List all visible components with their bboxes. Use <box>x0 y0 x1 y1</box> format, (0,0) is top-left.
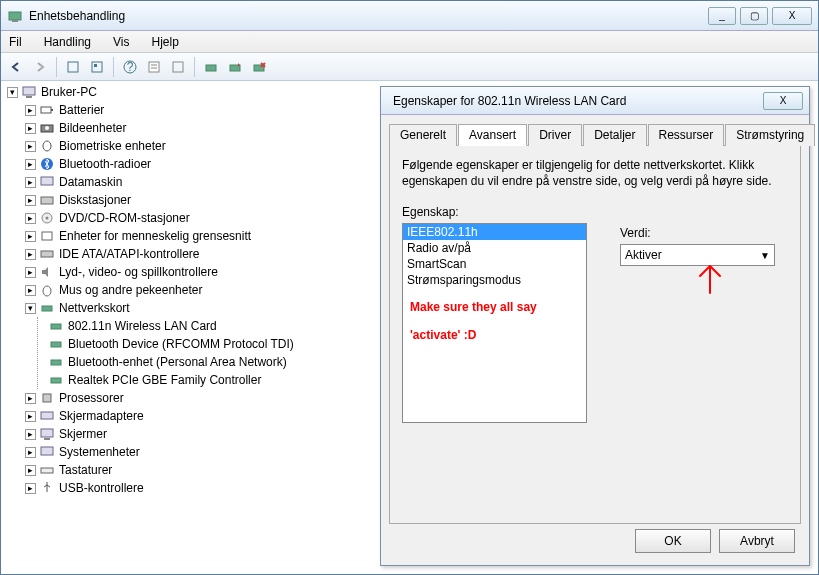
property-listbox[interactable]: IEEE802.11h Radio av/på SmartScan Strøms… <box>402 223 587 423</box>
expand-toggle[interactable]: ▸ <box>25 177 36 188</box>
tree-item[interactable]: Tastaturer <box>59 463 112 477</box>
update-driver-button[interactable] <box>224 56 246 78</box>
menu-vis[interactable]: Vis <box>109 33 133 51</box>
properties-button[interactable] <box>143 56 165 78</box>
tree-item[interactable]: Mus og andre pekeenheter <box>59 283 202 297</box>
help-button[interactable]: ? <box>119 56 141 78</box>
computer-icon <box>21 84 37 100</box>
expand-toggle[interactable]: ▸ <box>25 105 36 116</box>
uninstall-button[interactable] <box>248 56 270 78</box>
tab-generelt[interactable]: Generelt <box>389 124 457 146</box>
cpu-icon <box>39 390 55 406</box>
svg-rect-25 <box>41 197 53 204</box>
maximize-button[interactable]: ▢ <box>740 7 768 25</box>
svg-rect-24 <box>41 177 53 185</box>
tab-detaljer[interactable]: Detaljer <box>583 124 646 146</box>
tree-item[interactable]: IDE ATA/ATAPI-kontrollere <box>59 247 199 261</box>
tab-strom[interactable]: Strømstyring <box>725 124 815 146</box>
sound-icon <box>39 264 55 280</box>
network-icon <box>39 300 55 316</box>
menu-fil[interactable]: Fil <box>5 33 26 51</box>
expand-toggle[interactable]: ▸ <box>25 231 36 242</box>
imaging-icon <box>39 120 55 136</box>
tab-avansert[interactable]: Avansert <box>458 124 527 146</box>
svg-rect-16 <box>23 87 35 95</box>
expand-toggle[interactable]: ▸ <box>25 141 36 152</box>
tree-item[interactable]: Nettverkskort <box>59 301 130 315</box>
tree-item[interactable]: Skjermadaptere <box>59 409 144 423</box>
tree-item[interactable]: Lyd-, video- og spillkontrollere <box>59 265 218 279</box>
toolbar-icon[interactable] <box>86 56 108 78</box>
tree-item[interactable]: Skjermer <box>59 427 107 441</box>
tree-item[interactable]: Enheter for menneskelig grensesnitt <box>59 229 251 243</box>
expand-toggle[interactable]: ▸ <box>25 447 36 458</box>
expand-toggle[interactable]: ▾ <box>25 303 36 314</box>
tree-root[interactable]: Bruker-PC <box>41 85 97 99</box>
tree-item[interactable]: 802.11n Wireless LAN Card <box>68 319 217 333</box>
svg-rect-38 <box>41 429 53 437</box>
main-titlebar[interactable]: Enhetsbehandling _ ▢ X <box>1 1 818 31</box>
device-tree[interactable]: ▾ Bruker-PC ▸Batterier ▸Bildeenheter ▸Bi… <box>5 83 375 570</box>
expand-toggle[interactable]: ▸ <box>25 411 36 422</box>
menu-handling[interactable]: Handling <box>40 33 95 51</box>
svg-point-27 <box>46 217 49 220</box>
expand-toggle[interactable]: ▸ <box>25 267 36 278</box>
cancel-button[interactable]: Avbryt <box>719 529 795 553</box>
tree-item[interactable]: Bluetooth-enhet (Personal Area Network) <box>68 355 287 369</box>
menu-hjelp[interactable]: Hjelp <box>148 33 183 51</box>
tree-item[interactable]: Bildeenheter <box>59 121 126 135</box>
tree-item[interactable]: DVD/CD-ROM-stasjoner <box>59 211 190 225</box>
tree-item[interactable]: Prosessorer <box>59 391 124 405</box>
tree-item[interactable]: Datamaskin <box>59 175 122 189</box>
expand-toggle[interactable]: ▸ <box>25 285 36 296</box>
expand-toggle[interactable]: ▸ <box>25 465 36 476</box>
minimize-button[interactable]: _ <box>708 7 736 25</box>
toolbar-icon[interactable] <box>62 56 84 78</box>
scan-hardware-button[interactable] <box>200 56 222 78</box>
ok-button[interactable]: OK <box>635 529 711 553</box>
tree-item[interactable]: Systemenheter <box>59 445 140 459</box>
expand-toggle[interactable]: ▸ <box>25 213 36 224</box>
svg-rect-35 <box>51 378 61 383</box>
value-dropdown[interactable]: Aktiver ▼ <box>620 244 775 266</box>
tree-item[interactable]: Realtek PCIe GBE Family Controller <box>68 373 261 387</box>
expand-toggle[interactable]: ▸ <box>25 249 36 260</box>
disk-icon <box>39 192 55 208</box>
expand-toggle[interactable]: ▸ <box>25 393 36 404</box>
dialog-titlebar[interactable]: Egenskaper for 802.11n Wireless LAN Card… <box>381 87 809 115</box>
tree-item[interactable]: Batterier <box>59 103 104 117</box>
tree-item[interactable]: Bluetooth-radioer <box>59 157 151 171</box>
svg-rect-32 <box>51 324 61 329</box>
expand-toggle[interactable]: ▸ <box>25 195 36 206</box>
tree-item[interactable]: Diskstasjoner <box>59 193 131 207</box>
tab-ressurser[interactable]: Ressurser <box>648 124 725 146</box>
expand-toggle[interactable]: ▸ <box>25 429 36 440</box>
tab-driver[interactable]: Driver <box>528 124 582 146</box>
svg-rect-37 <box>41 412 53 419</box>
property-item[interactable]: Strømsparingsmodus <box>403 272 586 288</box>
property-item[interactable]: IEEE802.11h <box>403 224 586 240</box>
expand-toggle[interactable]: ▸ <box>25 123 36 134</box>
tree-item[interactable]: Bluetooth Device (RFCOMM Protocol TDI) <box>68 337 294 351</box>
network-adapter-icon <box>48 318 64 334</box>
nav-forward-button[interactable] <box>29 56 51 78</box>
dialog-title: Egenskaper for 802.11n Wireless LAN Card <box>387 94 763 108</box>
expand-toggle[interactable]: ▸ <box>25 159 36 170</box>
property-item[interactable]: Radio av/på <box>403 240 586 256</box>
property-item[interactable]: SmartScan <box>403 256 586 272</box>
dialog-close-button[interactable]: X <box>763 92 803 110</box>
tree-item[interactable]: Biometriske enheter <box>59 139 166 153</box>
app-icon <box>7 8 23 24</box>
tree-item[interactable]: USB-kontrollere <box>59 481 144 495</box>
value-label: Verdi: <box>620 226 651 240</box>
svg-rect-39 <box>44 438 50 440</box>
nav-back-button[interactable] <box>5 56 27 78</box>
close-button[interactable]: X <box>772 7 812 25</box>
expand-toggle[interactable]: ▾ <box>7 87 18 98</box>
svg-rect-29 <box>41 251 53 257</box>
toolbar-icon[interactable] <box>167 56 189 78</box>
svg-rect-7 <box>149 62 159 72</box>
svg-point-21 <box>45 126 49 130</box>
expand-toggle[interactable]: ▸ <box>25 483 36 494</box>
display-adapter-icon <box>39 408 55 424</box>
